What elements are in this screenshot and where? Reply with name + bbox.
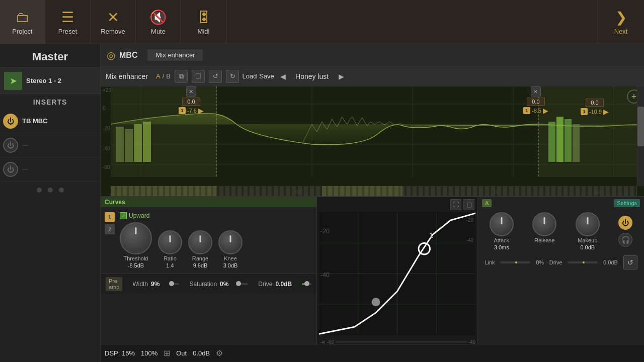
transfer-db-minus20: -20 bbox=[466, 217, 473, 223]
db-label-0: 0 bbox=[103, 106, 106, 111]
sidebar-dots bbox=[0, 182, 100, 199]
remove-button[interactable]: ✕ Remove bbox=[91, 0, 136, 44]
band3-gain[interactable]: 0.0 bbox=[586, 99, 604, 107]
band3-arrow[interactable]: ▶ bbox=[603, 108, 609, 116]
preamp-drive-param: Drive 0.0dB bbox=[258, 281, 292, 288]
channel-arrow[interactable]: ➤ bbox=[4, 72, 22, 90]
right-knobs: Attack 3.0ms Release Makeup 0.0dB bbox=[478, 209, 644, 253]
preset-name: Honey lust bbox=[292, 72, 332, 80]
copy-button[interactable]: ⧉ bbox=[175, 70, 188, 83]
meter-icon: ⇥ bbox=[319, 338, 325, 346]
band1-gain[interactable]: 0.0 bbox=[182, 98, 200, 106]
band2-arrow[interactable]: ▶ bbox=[543, 107, 548, 115]
preset-button[interactable]: ☰ Preset bbox=[45, 0, 91, 44]
preset-next-button[interactable]: ▶ bbox=[336, 71, 347, 82]
svg-rect-15 bbox=[125, 129, 133, 162]
drive-label: Drive bbox=[549, 259, 562, 265]
next-label: Next bbox=[614, 28, 628, 35]
midi-button[interactable]: 🎛 Midi bbox=[181, 0, 226, 44]
ab-a[interactable]: A bbox=[156, 72, 160, 80]
main-content: ◎ MBC Mix enhancer Mix enhancer A / B ⧉ … bbox=[101, 44, 644, 362]
band1-arrow[interactable]: ▶ bbox=[198, 107, 204, 115]
band3-controls: 0.0 1 -10.9 ▶ bbox=[581, 86, 609, 116]
power-button-1[interactable]: ⏻ bbox=[3, 114, 18, 129]
band3-num: 1 bbox=[581, 108, 588, 115]
preset-prev-button[interactable]: ◀ bbox=[277, 71, 288, 82]
eq-scrollbar[interactable] bbox=[637, 86, 644, 186]
drive-slider[interactable] bbox=[568, 261, 598, 263]
ab-selector: A / B bbox=[156, 72, 171, 80]
upward-toggle[interactable]: ✓ Upward bbox=[120, 212, 312, 219]
svg-text:1: 1 bbox=[429, 231, 433, 239]
makeup-knob-container: Makeup 0.0dB bbox=[576, 212, 600, 250]
next-button[interactable]: ❯ Next bbox=[597, 0, 644, 44]
svg-rect-21 bbox=[573, 124, 580, 162]
preamp-drive-slider[interactable] bbox=[302, 283, 311, 285]
paste-button[interactable]: ☐ bbox=[192, 70, 205, 83]
ratio-knob[interactable] bbox=[158, 230, 182, 254]
mute-button[interactable]: 🔇 Mute bbox=[136, 0, 181, 44]
project-button[interactable]: 🗀 Project bbox=[0, 0, 45, 44]
preamp-drive-value: 0.0dB bbox=[275, 281, 292, 288]
settings-icon[interactable]: ⚙ bbox=[216, 348, 223, 358]
band1-num: 1 bbox=[179, 107, 186, 114]
curves-params: ✓ Upward Threshold -8.5dB Ratio bbox=[120, 212, 312, 268]
width-slider[interactable] bbox=[170, 283, 179, 285]
db-label-plus20: +20 bbox=[103, 87, 111, 93]
width-param: Width 9% bbox=[132, 281, 159, 288]
eq-scroll-handle[interactable] bbox=[637, 107, 644, 146]
band1-close[interactable]: ✕ bbox=[186, 86, 196, 97]
out-label: Out bbox=[176, 349, 187, 357]
threshold-knob[interactable] bbox=[120, 222, 152, 254]
save-button[interactable]: Save bbox=[260, 70, 273, 83]
insert-name-3: --- bbox=[22, 165, 29, 173]
band2-gain[interactable]: 0.0 bbox=[527, 98, 545, 106]
power-button-3[interactable]: ⏻ bbox=[3, 162, 18, 177]
plugin-tabs: Mix enhancer bbox=[147, 49, 203, 61]
transfer-expand-button[interactable]: ⛶ bbox=[450, 199, 461, 210]
eq-display: +20 0 -20 -40 -60 bbox=[101, 86, 644, 197]
headphones-button[interactable]: 🎧 bbox=[618, 233, 632, 247]
redo-button[interactable]: ↻ bbox=[226, 70, 239, 83]
grid-icon[interactable]: ⊞ bbox=[164, 348, 170, 358]
midi-label: Midi bbox=[198, 28, 210, 35]
knee-knob[interactable] bbox=[218, 230, 243, 254]
upward-check: ✓ bbox=[120, 212, 127, 219]
attack-knob[interactable] bbox=[490, 212, 514, 236]
saturation-slider[interactable] bbox=[238, 283, 248, 285]
transfer-canvas: 1 -20 -40 -20 -40 bbox=[319, 212, 475, 335]
transfer-collapse-button[interactable]: ▢ bbox=[463, 199, 474, 210]
channel-label: Stereo 1 - 2 bbox=[26, 77, 61, 84]
svg-rect-20 bbox=[565, 119, 572, 162]
tab-mix-enhancer[interactable]: Mix enhancer bbox=[147, 49, 203, 61]
svg-rect-18 bbox=[548, 122, 555, 162]
next-icon: ❯ bbox=[615, 9, 627, 26]
band-select-2[interactable]: 2 bbox=[105, 224, 115, 234]
band2-num: 1 bbox=[523, 107, 530, 114]
load-button[interactable]: Load bbox=[243, 70, 256, 83]
dot-1 bbox=[37, 188, 42, 193]
release-knob-container: Release bbox=[532, 212, 556, 250]
mute-icon: 🔇 bbox=[149, 9, 167, 26]
freq-tick-band1 bbox=[111, 186, 216, 196]
link-label: Link bbox=[485, 259, 495, 265]
band-selector: 1 2 bbox=[105, 212, 115, 234]
reset-button[interactable]: ↺ bbox=[623, 255, 637, 269]
preset-label: Preset bbox=[58, 28, 77, 35]
undo-button[interactable]: ↺ bbox=[209, 70, 222, 83]
attack-value: 3.0ms bbox=[494, 244, 509, 250]
band-select-1[interactable]: 1 bbox=[105, 212, 115, 222]
main-layout: Master ➤ Stereo 1 - 2 INSERTS ⏻ TB MBC ⏻… bbox=[0, 44, 644, 362]
mute-label: Mute bbox=[151, 28, 166, 35]
release-knob[interactable] bbox=[532, 212, 556, 236]
dsp-label: DSP: 15% bbox=[105, 349, 135, 357]
db-label-minus40: -40 bbox=[103, 146, 110, 151]
makeup-knob[interactable] bbox=[576, 212, 600, 236]
band2-close[interactable]: ✕ bbox=[531, 86, 541, 97]
right-power-button[interactable]: ⏻ bbox=[618, 216, 632, 230]
ab-b[interactable]: B bbox=[166, 72, 171, 80]
power-button-2[interactable]: ⏻ bbox=[3, 138, 18, 153]
link-slider[interactable] bbox=[500, 261, 530, 263]
threshold-knob-container: Threshold -8.5dB bbox=[120, 222, 152, 268]
range-knob[interactable] bbox=[188, 230, 212, 254]
